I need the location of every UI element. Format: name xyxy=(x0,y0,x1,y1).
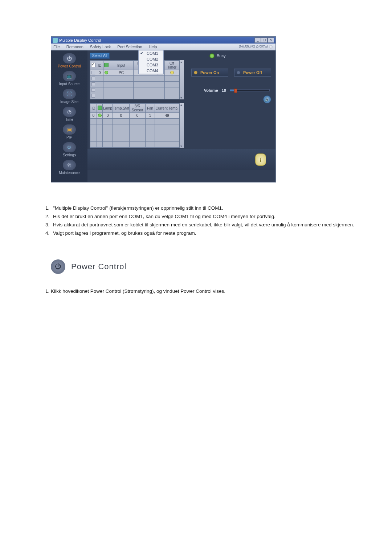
col-fan: Fan xyxy=(146,104,155,113)
port-option-com2[interactable]: COM2 xyxy=(139,56,163,62)
port-selection-dropdown: COM1 COM2 COM3 COM4 xyxy=(138,50,164,74)
info-icon: i xyxy=(260,155,262,164)
list-item: His det er brukt en annen port enn COM1,… xyxy=(51,213,370,221)
port-option-com1[interactable]: COM1 xyxy=(139,50,163,56)
power-off-label: Power Off xyxy=(243,70,262,75)
title-bar: Multiple Display Control _ ▢ ✕ xyxy=(51,37,275,44)
cell-id: 0 xyxy=(96,70,103,76)
menu-safety-lock[interactable]: Safety Lock xyxy=(90,45,111,49)
col-br-sensor: B/R Sensor xyxy=(130,104,146,113)
table-row[interactable] xyxy=(90,93,179,99)
window-title: Multiple Display Control xyxy=(59,38,101,42)
busy-indicator-icon xyxy=(209,53,215,58)
cell-cur-temp: 49 xyxy=(155,113,179,119)
volume-slider[interactable] xyxy=(230,89,270,91)
app-window: Multiple Display Control _ ▢ ✕ File Remo… xyxy=(51,36,276,182)
list-item: Klikk hovedikonet Power Control (Strømst… xyxy=(51,288,370,294)
sidebar-label: Input Source xyxy=(59,82,80,86)
check-all-icon[interactable] xyxy=(91,63,95,67)
speaker-button[interactable]: 🔊 xyxy=(263,95,271,103)
cell-id: 0 xyxy=(90,113,97,119)
sidebar-item-time[interactable]: Time xyxy=(63,107,76,122)
sidebar-label: Maintenance xyxy=(59,171,79,175)
instruction-list-2: Klikk hovedikonet Power Control (Strømst… xyxy=(51,288,370,294)
col-id: ID xyxy=(96,61,103,70)
table-row[interactable] xyxy=(90,119,179,124)
sidebar-item-maintenance[interactable]: Maintenance xyxy=(59,160,79,175)
scrollbar[interactable] xyxy=(180,60,184,99)
settings-icon xyxy=(63,142,76,152)
maintenance-icon xyxy=(63,160,76,170)
power-on-button[interactable]: Power On xyxy=(191,69,228,77)
sidebar-item-power-control[interactable]: Power Control xyxy=(58,53,81,68)
row-checkbox[interactable] xyxy=(91,94,95,98)
table-row[interactable] xyxy=(90,130,179,136)
scrollbar[interactable] xyxy=(180,103,184,148)
col-temp-status: Temp.Status xyxy=(113,104,130,113)
sidebar-item-settings[interactable]: Settings xyxy=(63,142,76,157)
table-row[interactable] xyxy=(90,87,179,93)
volume-label: Volume xyxy=(204,88,218,93)
power-off-button[interactable]: Power Off xyxy=(234,69,271,77)
menu-help[interactable]: Help xyxy=(149,45,157,49)
bullet-icon xyxy=(237,71,240,74)
row-checkbox[interactable] xyxy=(91,82,95,86)
table-row[interactable] xyxy=(90,124,179,130)
col-off-timer: Off Timer xyxy=(165,61,179,70)
row-checkbox[interactable] xyxy=(91,88,95,92)
menu-file[interactable]: File xyxy=(53,45,60,49)
table-row[interactable] xyxy=(90,142,179,148)
sensor-grid: ID Lamp Temp.Status B/R Sensor Fan Curre… xyxy=(90,103,180,148)
info-button[interactable]: i xyxy=(255,153,266,166)
close-button[interactable]: ✕ xyxy=(268,37,274,43)
sidebar-label: Time xyxy=(65,118,73,122)
sidebar: Power Control Input Source Image Size Ti… xyxy=(51,50,87,182)
table-row[interactable]: 0 PC 16:9 xyxy=(90,70,179,76)
sidebar-item-pip[interactable]: PIP xyxy=(63,124,76,139)
sidebar-label: PIP xyxy=(66,135,72,139)
minimize-button[interactable]: _ xyxy=(254,37,261,43)
table-row[interactable]: 0 0 0 0 1 49 xyxy=(90,113,179,119)
port-option-com3[interactable]: COM3 xyxy=(139,62,163,68)
menu-remocon[interactable]: Remocon xyxy=(66,45,83,49)
cell-input: PC xyxy=(109,70,134,76)
off-timer-dot-icon xyxy=(170,71,174,74)
power-icon xyxy=(63,53,76,63)
table-row[interactable] xyxy=(90,136,179,142)
menu-port-selection[interactable]: Port Selection xyxy=(117,45,142,49)
select-all-button[interactable]: Select All xyxy=(90,53,110,59)
col-current-temp: Current Temp. xyxy=(155,104,179,113)
control-panel: Busy Power On Power Off xyxy=(188,53,273,148)
port-option-com4[interactable]: COM4 xyxy=(139,68,163,74)
row-checkbox[interactable] xyxy=(91,77,95,80)
menu-bar: File Remocon Safety Lock Port Selection … xyxy=(51,44,275,50)
list-item: Valgt port lagres i programmet, og bruke… xyxy=(51,229,370,238)
cell-fan: 1 xyxy=(146,113,155,119)
instruction-list: "Multiple Display Control" (flerskjermst… xyxy=(51,204,370,238)
section-title: Power Control xyxy=(71,262,126,271)
image-size-icon xyxy=(63,89,76,99)
maximize-button[interactable]: ▢ xyxy=(261,37,268,43)
slider-thumb-icon[interactable] xyxy=(234,89,237,93)
cell-temp: 0 xyxy=(113,113,130,119)
display-status-grid: ID Input Image Size On Timer Off Timer xyxy=(90,60,180,99)
app-icon xyxy=(53,38,58,43)
table-row[interactable] xyxy=(90,76,179,82)
sidebar-item-image-size[interactable]: Image Size xyxy=(60,89,78,104)
row-checkbox[interactable] xyxy=(91,71,95,74)
table-row[interactable] xyxy=(90,82,179,87)
list-item: Hvis akkurat det portnavnet som er koble… xyxy=(51,221,370,229)
cell-lamp: 0 xyxy=(103,113,113,119)
power-on-label: Power On xyxy=(200,70,219,75)
section-heading: ⏻ Power Control xyxy=(51,259,370,274)
col-input: Input xyxy=(109,61,134,70)
sidebar-label: Settings xyxy=(63,153,76,157)
sidebar-item-input-source[interactable]: Input Source xyxy=(59,71,80,86)
app-footer: i xyxy=(87,149,275,170)
power-section-icon: ⏻ xyxy=(51,259,65,274)
cell-br: 0 xyxy=(130,113,146,119)
input-source-icon xyxy=(63,71,76,81)
time-icon xyxy=(63,107,76,117)
col-select[interactable] xyxy=(90,61,96,70)
status-dot-icon xyxy=(98,114,102,117)
